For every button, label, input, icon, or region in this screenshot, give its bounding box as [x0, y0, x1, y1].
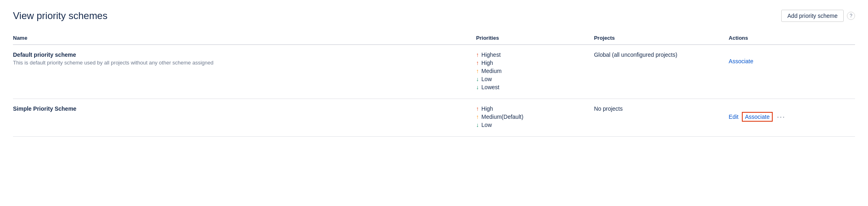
priority-arrow-icon: ↑ [476, 105, 479, 112]
priority-item: ↓Lowest [476, 84, 589, 90]
action-associate-default[interactable]: Associate [729, 58, 754, 64]
action-edit-simple[interactable]: Edit [729, 114, 739, 120]
priority-arrow-icon: ↑ [476, 68, 479, 74]
priority-arrow-icon: ↓ [476, 84, 479, 90]
projects-cell-default: Global (all unconfigured projects) [594, 45, 728, 99]
priority-schemes-table: Name Priorities Projects Actions Default… [13, 32, 855, 137]
page-header: View priority schemes Add priority schem… [13, 10, 855, 22]
scheme-name-cell-simple: Simple Priority Scheme [13, 99, 476, 137]
priorities-cell-default: ↑Highest↑High↑Medium↓Low↓Lowest [476, 45, 594, 99]
actions-cell-default: Associate [729, 45, 855, 99]
priority-arrow-icon: ↑ [476, 52, 479, 58]
priority-arrow-icon: ↓ [476, 122, 479, 128]
scheme-name-default: Default priority scheme [13, 52, 471, 58]
priority-arrow-icon: ↑ [476, 60, 479, 66]
priority-label: Low [481, 122, 492, 128]
scheme-name-cell-default: Default priority schemeThis is default p… [13, 45, 476, 99]
table-row: Simple Priority Scheme↑High↑Medium(Defau… [13, 99, 855, 137]
more-actions-button-simple[interactable]: ··· [776, 113, 786, 121]
priority-label: Highest [481, 52, 501, 58]
action-associate-simple[interactable]: Associate [742, 112, 773, 122]
actions-cell-simple: EditAssociate··· [729, 99, 855, 137]
priority-arrow-icon: ↓ [476, 76, 479, 82]
priority-item: ↑Medium [476, 68, 589, 74]
scheme-name-simple: Simple Priority Scheme [13, 105, 471, 112]
help-icon[interactable]: ? [847, 12, 855, 20]
scheme-desc-default: This is default priority scheme used by … [13, 60, 471, 66]
priority-item: ↑High [476, 105, 589, 112]
col-header-name: Name [13, 32, 476, 45]
priority-label: Lowest [481, 84, 499, 90]
table-header-row: Name Priorities Projects Actions [13, 32, 855, 45]
priority-item: ↑Highest [476, 52, 589, 58]
priority-item: ↑Medium(Default) [476, 114, 589, 120]
priority-label: High [481, 60, 493, 66]
page-title: View priority schemes [13, 10, 107, 21]
priority-item: ↑High [476, 60, 589, 66]
priority-label: Medium(Default) [481, 114, 523, 120]
col-header-actions: Actions [729, 32, 855, 45]
priority-item: ↓Low [476, 76, 589, 82]
header-actions: Add priority scheme ? [781, 10, 855, 22]
priority-label: Medium [481, 68, 502, 74]
priority-label: Low [481, 76, 492, 82]
table-row: Default priority schemeThis is default p… [13, 45, 855, 99]
priority-label: High [481, 105, 493, 112]
priorities-cell-simple: ↑High↑Medium(Default)↓Low [476, 99, 594, 137]
col-header-priorities: Priorities [476, 32, 594, 45]
col-header-projects: Projects [594, 32, 728, 45]
projects-cell-simple: No projects [594, 99, 728, 137]
add-priority-scheme-button[interactable]: Add priority scheme [781, 10, 844, 22]
priority-arrow-icon: ↑ [476, 114, 479, 120]
priority-item: ↓Low [476, 122, 589, 128]
